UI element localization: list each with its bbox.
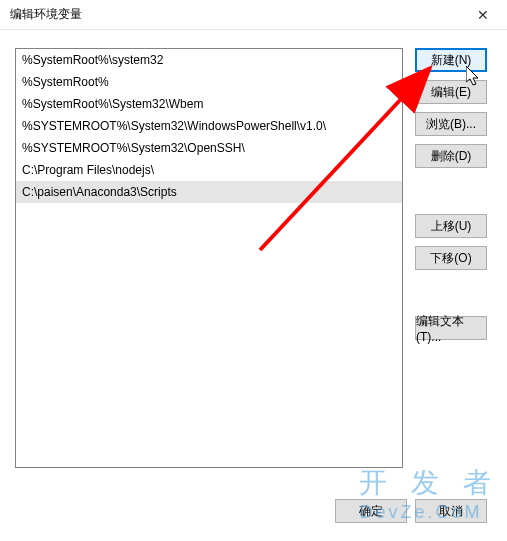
window-title: 编辑环境变量 [10, 6, 82, 23]
path-list-item[interactable]: %SYSTEMROOT%\System32\WindowsPowerShell\… [16, 115, 402, 137]
path-list-item[interactable]: C:\paisen\Anaconda3\Scripts [16, 181, 402, 203]
edit-button[interactable]: 编辑(E) [415, 80, 487, 104]
titlebar: 编辑环境变量 ✕ [0, 0, 507, 30]
new-button[interactable]: 新建(N) [415, 48, 487, 72]
path-list[interactable]: %SystemRoot%\system32%SystemRoot%%System… [15, 48, 403, 468]
path-list-item[interactable]: %SystemRoot%\System32\Wbem [16, 93, 402, 115]
path-list-item[interactable]: C:\Program Files\nodejs\ [16, 159, 402, 181]
edit-text-button[interactable]: 编辑文本(T)... [415, 316, 487, 340]
move-down-button[interactable]: 下移(O) [415, 246, 487, 270]
button-column: 新建(N) 编辑(E) 浏览(B)... 删除(D) 上移(U) 下移(O) 编… [415, 48, 487, 468]
browse-button[interactable]: 浏览(B)... [415, 112, 487, 136]
cancel-button[interactable]: 取消 [415, 499, 487, 523]
path-list-item[interactable]: %SYSTEMROOT%\System32\OpenSSH\ [16, 137, 402, 159]
content-area: %SystemRoot%\system32%SystemRoot%%System… [0, 30, 507, 478]
delete-button[interactable]: 删除(D) [415, 144, 487, 168]
path-list-item[interactable]: %SystemRoot%\system32 [16, 49, 402, 71]
close-icon: ✕ [477, 7, 489, 23]
dialog-buttons: 确定 取消 [0, 491, 507, 531]
close-button[interactable]: ✕ [467, 3, 499, 27]
move-up-button[interactable]: 上移(U) [415, 214, 487, 238]
ok-button[interactable]: 确定 [335, 499, 407, 523]
path-list-item[interactable]: %SystemRoot% [16, 71, 402, 93]
